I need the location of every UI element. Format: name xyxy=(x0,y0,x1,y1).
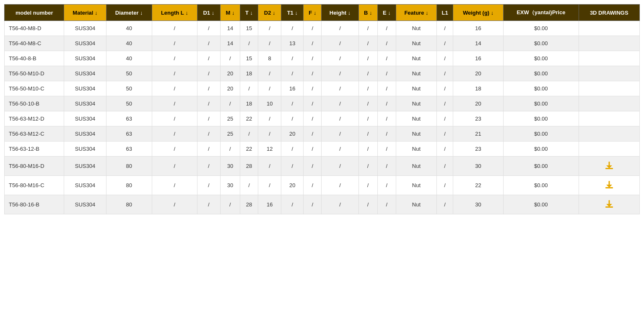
col-header-drawings[interactable]: 3D DRAWINGS xyxy=(579,5,639,21)
col-header-length[interactable]: Length L ↓ xyxy=(152,5,197,21)
download-icon[interactable] xyxy=(605,165,614,171)
col-header-t[interactable]: T ↓ xyxy=(240,5,258,21)
cell-f: / xyxy=(304,96,322,111)
cell-m: / xyxy=(220,96,240,111)
cell-price: $0.00 xyxy=(504,51,579,66)
cell-model: T56-63-M12-C xyxy=(5,126,64,142)
cell-b: / xyxy=(358,142,377,157)
cell-length: / xyxy=(152,51,197,66)
cell-d1: / xyxy=(197,36,220,51)
col-header-model[interactable]: model number xyxy=(5,5,64,21)
cell-price: $0.00 xyxy=(504,157,579,176)
cell-d2: / xyxy=(258,21,281,36)
cell-length: / xyxy=(152,96,197,111)
cell-l1: / xyxy=(437,36,453,51)
cell-length: / xyxy=(152,36,197,51)
cell-t1: / xyxy=(281,157,304,176)
cell-e: / xyxy=(377,51,396,66)
cell-model: T56-80-M16-C xyxy=(5,176,64,195)
cell-length: / xyxy=(152,157,197,176)
cell-drawings[interactable] xyxy=(579,195,639,214)
cell-l1: / xyxy=(437,21,453,36)
col-header-feature[interactable]: Feature ↓ xyxy=(396,5,436,21)
cell-t1: / xyxy=(281,66,304,81)
cell-height: / xyxy=(322,157,358,176)
cell-b: / xyxy=(358,111,377,126)
cell-d1: / xyxy=(197,66,220,81)
cell-f: / xyxy=(304,176,322,195)
cell-t1: / xyxy=(281,111,304,126)
cell-m: 30 xyxy=(220,176,240,195)
table-row: T56-80-M16-DSUS30480//3028//////Nut/30$0… xyxy=(5,157,640,176)
cell-e: / xyxy=(377,126,396,142)
table-body: T56-40-M8-DSUS30440//1415//////Nut/16$0.… xyxy=(5,21,640,214)
cell-price: $0.00 xyxy=(504,96,579,111)
table-row: T56-63-12-BSUS30463///2212/////Nut/23$0.… xyxy=(5,142,640,157)
download-icon[interactable] xyxy=(605,184,614,191)
col-header-b[interactable]: B ↓ xyxy=(358,5,377,21)
cell-m: / xyxy=(220,51,240,66)
cell-price: $0.00 xyxy=(504,142,579,157)
cell-length: / xyxy=(152,81,197,96)
cell-drawings xyxy=(579,111,639,126)
cell-drawings[interactable] xyxy=(579,157,639,176)
download-icon[interactable] xyxy=(605,203,614,210)
cell-diameter: 50 xyxy=(106,66,152,81)
cell-d2: 10 xyxy=(258,96,281,111)
cell-f: / xyxy=(304,126,322,142)
cell-m: 30 xyxy=(220,157,240,176)
cell-diameter: 63 xyxy=(106,111,152,126)
cell-price: $0.00 xyxy=(504,81,579,96)
cell-height: / xyxy=(322,126,358,142)
col-header-e[interactable]: E ↓ xyxy=(377,5,396,21)
cell-t: / xyxy=(240,81,258,96)
cell-t: 22 xyxy=(240,142,258,157)
cell-l1: / xyxy=(437,66,453,81)
cell-weight: 20 xyxy=(453,66,504,81)
col-header-height[interactable]: Height ↓ xyxy=(322,5,358,21)
col-header-l1[interactable]: L1 xyxy=(437,5,453,21)
cell-e: / xyxy=(377,157,396,176)
cell-height: / xyxy=(322,96,358,111)
cell-m: / xyxy=(220,195,240,214)
col-header-d1[interactable]: D1 ↓ xyxy=(197,5,220,21)
cell-t1: 16 xyxy=(281,81,304,96)
cell-l1: / xyxy=(437,96,453,111)
cell-height: / xyxy=(322,36,358,51)
col-header-t1[interactable]: T1 ↓ xyxy=(281,5,304,21)
cell-height: / xyxy=(322,81,358,96)
cell-d1: / xyxy=(197,51,220,66)
col-header-d2[interactable]: D2 ↓ xyxy=(258,5,281,21)
cell-price: $0.00 xyxy=(504,21,579,36)
cell-model: T56-50-10-B xyxy=(5,96,64,111)
cell-d2: / xyxy=(258,66,281,81)
cell-drawings xyxy=(579,51,639,66)
col-header-m[interactable]: M ↓ xyxy=(220,5,240,21)
product-table: model numberMaterial ↓Diameter ↓Length L… xyxy=(4,4,640,214)
cell-diameter: 40 xyxy=(106,51,152,66)
cell-feature: Nut xyxy=(396,81,436,96)
cell-d2: / xyxy=(258,111,281,126)
cell-weight: 16 xyxy=(453,21,504,36)
cell-b: / xyxy=(358,195,377,214)
cell-b: / xyxy=(358,176,377,195)
cell-f: / xyxy=(304,21,322,36)
col-header-weight[interactable]: Weight (g) ↓ xyxy=(453,5,504,21)
table-row: T56-80-M16-CSUS30480//30//20////Nut/22$0… xyxy=(5,176,640,195)
cell-d2: / xyxy=(258,36,281,51)
cell-l1: / xyxy=(437,111,453,126)
cell-weight: 16 xyxy=(453,51,504,66)
cell-b: / xyxy=(358,126,377,142)
col-header-material[interactable]: Material ↓ xyxy=(64,5,106,21)
cell-price: $0.00 xyxy=(504,66,579,81)
cell-drawings[interactable] xyxy=(579,176,639,195)
cell-material: SUS304 xyxy=(64,142,106,157)
cell-weight: 23 xyxy=(453,111,504,126)
cell-b: / xyxy=(358,157,377,176)
col-header-diameter[interactable]: Diameter ↓ xyxy=(106,5,152,21)
cell-material: SUS304 xyxy=(64,176,106,195)
col-header-price[interactable]: EXW（yantai)Price xyxy=(504,5,579,21)
cell-feature: Nut xyxy=(396,66,436,81)
col-header-f[interactable]: F ↓ xyxy=(304,5,322,21)
cell-weight: 21 xyxy=(453,126,504,142)
